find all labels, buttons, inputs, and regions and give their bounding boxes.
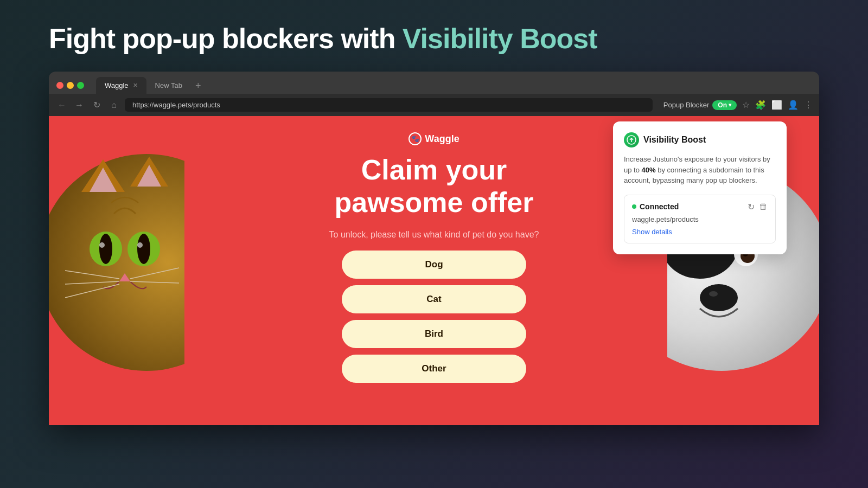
tab-waggle[interactable]: Waggle ✕ <box>96 77 146 94</box>
website-content: 🐾 Waggle Claim your pawsome offer To unl… <box>49 116 819 425</box>
visibility-boost-logo-icon <box>624 132 639 147</box>
profile-icon[interactable]: 👤 <box>788 100 799 110</box>
svg-point-6 <box>99 234 112 264</box>
address-bar[interactable]: https://waggle.pets/products <box>125 98 653 112</box>
sub-text: To unlock, please tell us what kind of p… <box>329 230 539 240</box>
waggle-logo-text: Waggle <box>425 133 459 145</box>
popup-blocker-label: Popup Blocker <box>663 101 710 109</box>
reload-button[interactable]: ↻ <box>90 99 103 112</box>
status-dot <box>632 204 636 209</box>
browser-titlebar: Waggle ✕ New Tab + <box>49 72 819 94</box>
popup-blocker-badge: Popup Blocker On <box>663 100 737 110</box>
popup-description: Increase Justuno's exposure to your visi… <box>624 154 776 186</box>
forward-button[interactable]: → <box>73 99 86 112</box>
browser-addressbar: ← → ↻ ⌂ https://waggle.pets/products Pop… <box>49 94 819 116</box>
cat-button[interactable]: Cat <box>342 285 526 313</box>
star-icon[interactable]: ☆ <box>742 100 750 110</box>
popup-blocker-toggle[interactable]: On <box>712 100 737 110</box>
traffic-lights <box>56 82 84 89</box>
tab-waggle-label: Waggle <box>105 81 129 89</box>
page-title: Fight pop-up blockers with Visibility Bo… <box>0 0 868 72</box>
status-url: waggle.pets/products <box>632 215 768 223</box>
popup-header: Visibility Boost <box>624 132 776 147</box>
home-button[interactable]: ⌂ <box>107 99 120 112</box>
cat-image <box>49 149 184 376</box>
close-button[interactable] <box>56 82 63 89</box>
maximize-button[interactable] <box>77 82 84 89</box>
status-connected: Connected <box>632 202 679 211</box>
svg-point-28 <box>700 284 738 311</box>
popup-status: Connected ↻ 🗑 waggle.pets/products Show … <box>624 195 776 243</box>
svg-point-10 <box>137 242 143 248</box>
svg-point-29 <box>709 291 718 297</box>
status-actions: ↻ 🗑 <box>748 202 768 212</box>
minimize-button[interactable] <box>67 82 74 89</box>
url-text: https://waggle.pets/products <box>132 101 220 109</box>
dog-button[interactable]: Dog <box>342 251 526 279</box>
tab-close-icon[interactable]: ✕ <box>133 82 138 89</box>
waggle-logo-icon: 🐾 <box>409 132 422 145</box>
status-label: Connected <box>640 202 679 211</box>
status-header: Connected ↻ 🗑 <box>632 202 768 212</box>
browser-window: Waggle ✕ New Tab + ← → ↻ ⌂ https://waggl… <box>49 72 819 425</box>
tab-new-label: New Tab <box>155 81 182 89</box>
svg-point-9 <box>137 234 150 264</box>
refresh-button[interactable]: ↻ <box>748 202 755 212</box>
bird-button[interactable]: Bird <box>342 320 526 348</box>
more-options-icon[interactable]: ⋮ <box>804 100 813 110</box>
browser-toolbar-icons: Popup Blocker On ☆ 🧩 ⬜ 👤 ⋮ <box>663 100 813 110</box>
pet-buttons: Dog Cat Bird Other <box>342 251 526 383</box>
visibility-boost-popup: Visibility Boost Increase Justuno's expo… <box>613 121 787 254</box>
new-tab-button[interactable]: + <box>191 78 206 94</box>
popup-title: Visibility Boost <box>643 135 706 145</box>
waggle-logo: 🐾 Waggle <box>409 132 459 145</box>
puzzle-icon[interactable]: 🧩 <box>755 100 766 110</box>
back-button[interactable]: ← <box>55 99 68 112</box>
window-icon[interactable]: ⬜ <box>771 100 782 110</box>
tab-new[interactable]: New Tab <box>146 77 191 94</box>
tabs-row: Waggle ✕ New Tab + <box>96 77 812 94</box>
main-headline: Claim your pawsome offer <box>335 154 534 219</box>
svg-point-7 <box>99 242 105 248</box>
page-background: Fight pop-up blockers with Visibility Bo… <box>0 0 868 425</box>
show-details-link[interactable]: Show details <box>632 228 672 236</box>
other-button[interactable]: Other <box>342 355 526 383</box>
delete-button[interactable]: 🗑 <box>759 202 768 212</box>
